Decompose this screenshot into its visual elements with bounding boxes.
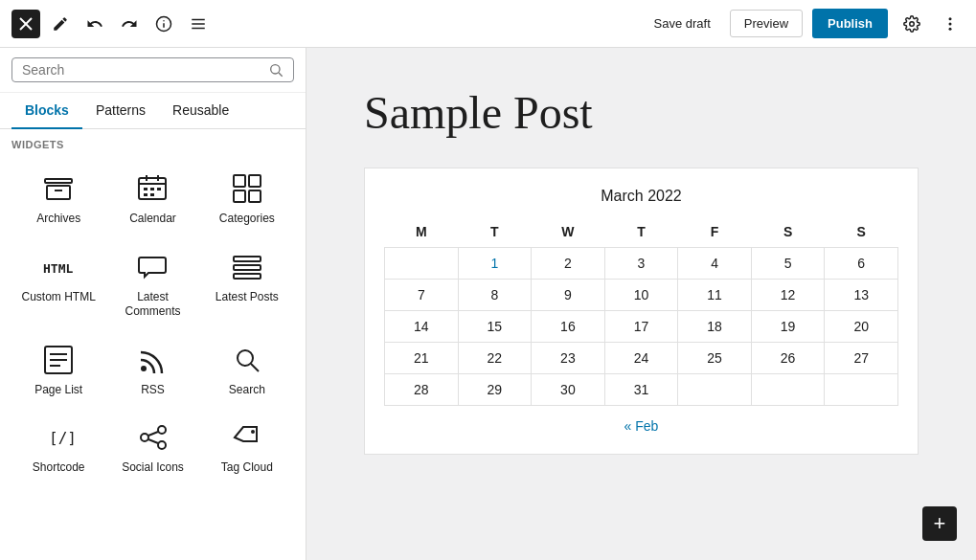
svg-point-47 [251, 430, 255, 434]
svg-line-45 [148, 432, 158, 436]
list-view-button[interactable] [184, 10, 213, 38]
calendar-cell: 20 [825, 311, 898, 343]
search-label: Search [229, 383, 265, 398]
page-list-label: Page List [34, 383, 82, 398]
calendar-cell [825, 374, 898, 406]
calendar-day-link[interactable]: 1 [490, 256, 498, 271]
svg-line-13 [279, 73, 283, 77]
main-layout: Blocks Patterns Reusable WIDGETS Archive… [0, 48, 976, 560]
add-block-button[interactable]: + [922, 506, 957, 541]
svg-rect-23 [157, 188, 161, 190]
calendar-cell: 6 [825, 248, 898, 280]
prev-month-link[interactable]: « Feb [624, 418, 659, 434]
calendar-cell: 29 [458, 374, 532, 406]
calendar-cell: 31 [604, 374, 678, 406]
post-title[interactable]: Sample Post [364, 86, 919, 139]
cal-header-m: M [385, 216, 459, 248]
search-block-icon [230, 343, 264, 377]
svg-rect-15 [47, 186, 70, 199]
toolbar: Save draft Preview Publish [0, 0, 976, 48]
calendar-cell: 27 [825, 343, 898, 374]
block-item-latest-comments[interactable]: Latest Comments [105, 238, 199, 331]
calendar-cell: 12 [751, 280, 825, 311]
shortcode-label: Shortcode [33, 460, 85, 476]
calendar-cell: 26 [751, 343, 825, 374]
svg-rect-27 [249, 175, 261, 187]
block-item-calendar[interactable]: Calendar [105, 160, 199, 238]
toolbar-left [11, 10, 639, 38]
html-icon: HTML [41, 250, 76, 284]
svg-point-44 [158, 441, 166, 449]
tab-reusable[interactable]: Reusable [159, 93, 242, 129]
svg-point-39 [238, 350, 253, 366]
close-icon [19, 17, 33, 31]
more-icon [942, 15, 959, 33]
calendar-cell: 11 [678, 280, 752, 311]
close-button[interactable] [11, 10, 40, 38]
cal-header-w: W [532, 216, 605, 248]
block-item-rss[interactable]: RSS [105, 331, 199, 410]
block-item-page-list[interactable]: Page List [11, 331, 105, 410]
block-item-tag-cloud[interactable]: Tag Cloud [200, 409, 294, 487]
calendar-cell: 23 [532, 343, 605, 374]
categories-icon [230, 171, 264, 206]
svg-rect-29 [249, 190, 261, 202]
calendar-cell: 15 [458, 311, 532, 343]
tag-cloud-icon [230, 420, 264, 455]
calendar-cell: 30 [532, 374, 605, 406]
calendar-cell: 4 [678, 248, 752, 280]
save-draft-button[interactable]: Save draft [645, 11, 720, 36]
calendar-cell: 14 [385, 311, 459, 343]
svg-rect-32 [234, 265, 261, 270]
block-item-custom-html[interactable]: HTML Custom HTML [11, 238, 105, 331]
calendar-cell [385, 248, 459, 280]
block-grid: Archives Calendar Categories [0, 156, 306, 560]
svg-rect-33 [234, 274, 261, 279]
tab-blocks[interactable]: Blocks [11, 93, 82, 129]
social-icons-label: Social Icons [122, 460, 184, 476]
tag-cloud-label: Tag Cloud [221, 460, 273, 476]
cal-header-t1: T [458, 216, 532, 248]
svg-point-9 [949, 17, 952, 20]
block-row-3: Page List RSS Search [11, 331, 294, 410]
cal-header-s2: S [825, 216, 898, 248]
pencil-icon [52, 15, 69, 33]
edit-button[interactable] [46, 10, 75, 38]
calendar-cell [678, 374, 752, 406]
svg-rect-21 [144, 188, 148, 190]
calendar-cell: 2 [532, 248, 605, 280]
settings-button[interactable] [897, 10, 926, 38]
undo-button[interactable] [80, 10, 109, 38]
svg-point-38 [141, 366, 147, 371]
latest-comments-label: Latest Comments [113, 290, 192, 320]
svg-point-11 [949, 27, 952, 30]
calendar-cell: 7 [385, 280, 459, 311]
tab-patterns[interactable]: Patterns [82, 93, 159, 129]
preview-button[interactable]: Preview [730, 10, 803, 37]
calendar-cell: 21 [385, 343, 459, 374]
block-item-social-icons[interactable]: Social Icons [105, 409, 199, 487]
social-icons-icon [135, 420, 170, 455]
calendar-cell: 18 [678, 311, 752, 343]
calendar-cell: 17 [604, 311, 678, 343]
info-button[interactable] [149, 10, 178, 38]
more-options-button[interactable] [936, 10, 965, 38]
block-item-latest-posts[interactable]: Latest Posts [200, 238, 294, 331]
calendar-cell: 19 [751, 311, 825, 343]
block-row-2: HTML Custom HTML Latest Comments Latest … [11, 238, 294, 331]
calendar-cell: 13 [825, 280, 898, 311]
calendar-icon [135, 171, 170, 206]
calendar-cell: 3 [604, 248, 678, 280]
block-item-shortcode[interactable]: [/] Shortcode [11, 409, 105, 487]
block-item-search[interactable]: Search [200, 331, 294, 410]
block-item-archives[interactable]: Archives [11, 160, 105, 238]
search-input[interactable] [22, 62, 261, 78]
latest-posts-label: Latest Posts [216, 290, 279, 305]
categories-label: Categories [219, 212, 275, 227]
block-item-categories[interactable]: Categories [200, 160, 294, 238]
archives-label: Archives [36, 212, 80, 227]
svg-text:HTML: HTML [43, 261, 73, 276]
archives-icon [41, 171, 76, 206]
redo-button[interactable] [115, 10, 144, 38]
publish-button[interactable]: Publish [812, 9, 888, 38]
